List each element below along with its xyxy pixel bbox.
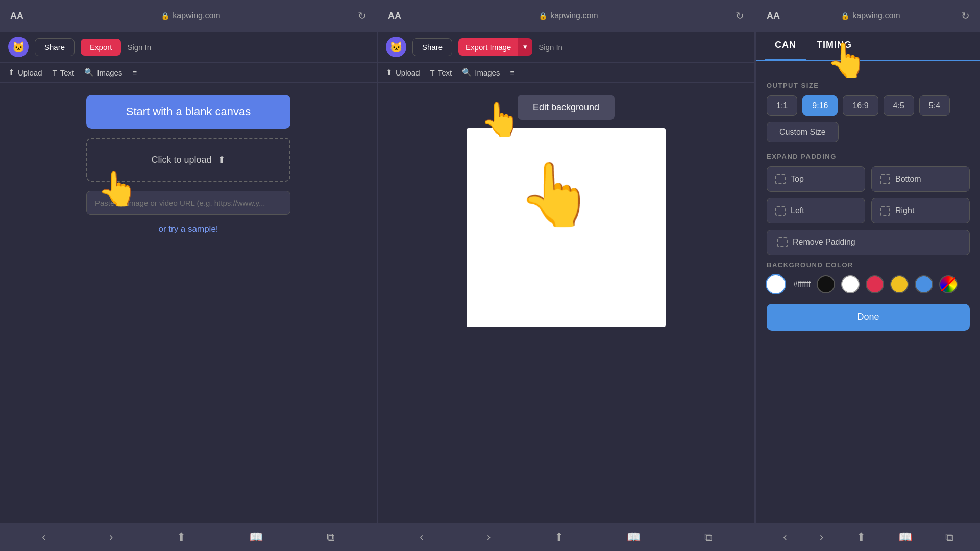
images-icon-1: 🔍 — [84, 68, 94, 77]
share-button-2[interactable]: Share — [412, 38, 452, 56]
size-1-1[interactable]: 1:1 — [767, 95, 797, 116]
more-tool-1[interactable]: ≡ — [132, 68, 137, 77]
phone-frame-2: AA 🔒 kapwing.com ↻ 🐱 Share Export Image … — [378, 0, 755, 551]
middle-canvas-area: Edit background 👆 👆 — [388, 95, 744, 327]
color-swatch-white-selected[interactable] — [767, 275, 785, 293]
size-5-4[interactable]: 5:4 — [919, 95, 950, 116]
more-tool-2[interactable]: ≡ — [510, 68, 514, 77]
panel-content: OUTPUT SIZE 1:1 9:16 16:9 4:5 5:4 Custom… — [756, 61, 980, 523]
bottom-padding-icon — [880, 174, 890, 184]
right-padding-icon — [880, 206, 890, 216]
color-swatch-white[interactable] — [841, 275, 860, 293]
bookmarks-btn-2[interactable]: 📖 — [627, 531, 641, 544]
done-button[interactable]: Done — [767, 304, 970, 331]
share-nav-btn-3[interactable]: ⬆ — [856, 531, 866, 544]
expand-padding-label: EXPAND PADDING — [767, 153, 970, 160]
remove-padding-button[interactable]: Remove Padding — [767, 230, 970, 255]
output-size-label: OUTPUT SIZE — [767, 82, 970, 89]
size-options: 1:1 9:16 16:9 4:5 5:4 — [767, 95, 970, 116]
share-nav-btn-1[interactable]: ⬆ — [177, 531, 186, 544]
sign-in-2[interactable]: Sign In — [538, 43, 562, 52]
upload-tool-2[interactable]: ⬆ Upload — [386, 68, 420, 77]
tabs-btn-1[interactable]: ⧉ — [327, 531, 335, 544]
top-padding-icon — [775, 174, 786, 184]
color-swatch-transparent[interactable] — [939, 275, 958, 293]
bg-color-label: BACKGROUND COLOR — [767, 261, 970, 269]
refresh-btn-3[interactable]: ↻ — [961, 10, 970, 22]
color-value: #ffffff — [793, 280, 811, 289]
bottom-padding-button[interactable]: Bottom — [871, 166, 970, 192]
back-btn-2[interactable]: ‹ — [420, 531, 423, 544]
sign-in-1[interactable]: Sign In — [127, 43, 151, 52]
tools-bar-1: ⬆ Upload T Text 🔍 Images ≡ — [0, 63, 377, 83]
custom-size-button[interactable]: Custom Size — [767, 122, 839, 142]
upload-area[interactable]: Click to upload ⬆ — [86, 138, 290, 182]
blank-canvas-button[interactable]: Start with a blank canvas — [86, 95, 290, 129]
more-icon-1: ≡ — [132, 68, 137, 77]
images-tool-1[interactable]: 🔍 Images — [84, 68, 122, 77]
export-image-button[interactable]: Export Image — [458, 38, 518, 56]
color-swatch-yellow[interactable] — [890, 275, 909, 293]
canvas-emoji-2: 👆 — [518, 159, 594, 231]
tab-timing[interactable]: TIMING — [806, 32, 862, 60]
forward-btn-3[interactable]: › — [820, 531, 823, 544]
canvas-2[interactable]: 👆 — [467, 128, 666, 327]
right-panel: AA 🔒 kapwing.com ↻ 👆 CAN TIMING OUTPUT S… — [755, 0, 980, 551]
upload-area-text: Click to upload — [151, 155, 211, 165]
aa-label-2: AA — [388, 11, 401, 21]
refresh-btn-2[interactable]: ↻ — [736, 10, 744, 22]
images-tool-2[interactable]: 🔍 Images — [462, 68, 500, 77]
tabs-btn-2[interactable]: ⧉ — [704, 531, 713, 544]
share-button-1[interactable]: Share — [35, 38, 75, 56]
forward-btn-1[interactable]: › — [109, 531, 113, 544]
browser-bar-3: AA 🔒 kapwing.com ↻ — [756, 0, 980, 32]
bottom-nav-2: ‹ › ⬆ 📖 ⧉ — [378, 523, 754, 551]
sample-link[interactable]: or try a sample! — [158, 224, 218, 234]
toolbar-2: 🐱 Share Export Image ▾ Sign In — [378, 32, 754, 63]
lock-icon-1: 🔒 — [161, 12, 169, 20]
text-tool-2[interactable]: T Text — [430, 68, 452, 77]
back-btn-1[interactable]: ‹ — [42, 531, 45, 544]
url-input[interactable] — [86, 191, 290, 215]
size-9-16[interactable]: 9:16 — [802, 95, 838, 116]
forward-btn-2[interactable]: › — [487, 531, 491, 544]
upload-area-icon: ⬆ — [218, 154, 226, 165]
bottom-nav-1: ‹ › ⬆ 📖 ⧉ — [0, 523, 377, 551]
lock-icon-3: 🔒 — [841, 12, 849, 20]
bookmarks-btn-3[interactable]: 📖 — [898, 531, 912, 544]
left-padding-icon — [775, 206, 786, 216]
upload-icon-2: ⬆ — [386, 68, 393, 77]
top-padding-button[interactable]: Top — [767, 166, 865, 192]
color-swatch-black[interactable] — [817, 275, 835, 293]
upload-icon-1: ⬆ — [8, 68, 15, 77]
avatar-2: 🐱 — [386, 37, 406, 57]
more-icon-2: ≡ — [510, 68, 514, 77]
right-padding-button[interactable]: Right — [871, 198, 970, 223]
toolbar-1: 🐱 Share Export Sign In — [0, 32, 377, 63]
export-button-1[interactable]: Export — [81, 39, 121, 56]
text-icon-1: T — [53, 68, 57, 77]
tabs-btn-3[interactable]: ⧉ — [945, 531, 953, 544]
size-16-9[interactable]: 16:9 — [843, 95, 878, 116]
upload-tool-1[interactable]: ⬆ Upload — [8, 68, 42, 77]
color-swatch-red[interactable] — [866, 275, 884, 293]
share-nav-btn-2[interactable]: ⬆ — [554, 531, 564, 544]
refresh-btn-1[interactable]: ↻ — [358, 10, 366, 22]
back-btn-3[interactable]: ‹ — [783, 531, 787, 544]
color-swatch-blue[interactable] — [915, 275, 933, 293]
text-tool-1[interactable]: T Text — [53, 68, 75, 77]
url-bar-1: 🔒 kapwing.com — [30, 11, 352, 20]
left-padding-button[interactable]: Left — [767, 198, 865, 223]
browser-bar-2: AA 🔒 kapwing.com ↻ — [378, 0, 754, 32]
url-bar-2: 🔒 kapwing.com — [407, 11, 729, 20]
phone-frame-1: AA 🔒 kapwing.com ↻ 🐱 Share Export Sign I… — [0, 0, 378, 551]
aa-label-3: AA — [767, 11, 780, 21]
export-chevron-button[interactable]: ▾ — [518, 38, 532, 56]
browser-bar-1: AA 🔒 kapwing.com ↻ — [0, 0, 377, 32]
tab-canvas[interactable]: CAN — [765, 32, 806, 60]
size-4-5[interactable]: 4:5 — [884, 95, 914, 116]
images-icon-2: 🔍 — [462, 68, 472, 77]
panel-tabs: CAN TIMING — [756, 32, 980, 61]
edit-background-button[interactable]: Edit background — [518, 95, 615, 120]
bookmarks-btn-1[interactable]: 📖 — [249, 531, 263, 544]
